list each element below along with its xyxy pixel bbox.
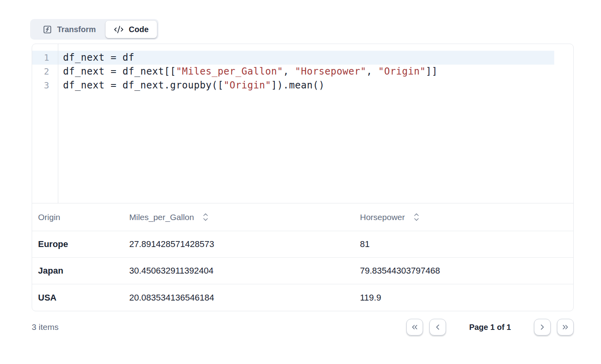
items-count: 3 items [32, 322, 59, 332]
page-indicator: Page 1 of 1 [469, 323, 511, 332]
code-editor[interactable]: 1df_next = df2df_next = df_next[["Miles_… [32, 44, 573, 203]
origin-cell: USA [32, 293, 129, 303]
line-number: 3 [32, 79, 58, 92]
line-number: 1 [32, 51, 58, 65]
previous-page-button[interactable] [429, 319, 446, 335]
code-and-table-panel: 1df_next = df2df_next = df_next[["Miles_… [32, 44, 574, 311]
tab-code-label: Code [129, 25, 149, 34]
code-text: df_next = df_next[["Miles_per_Gallon", "… [58, 65, 438, 79]
code-line[interactable]: 1df_next = df [32, 51, 554, 65]
first-page-button[interactable] [406, 319, 423, 335]
result-table: Origin Miles_per_Gallon Horsepower [32, 203, 573, 311]
column-header-horsepower[interactable]: Horsepower [360, 213, 573, 222]
tab-transform-label: Transform [57, 25, 96, 34]
chevrons-right-icon [561, 323, 570, 331]
miles-per-gallon-cell: 20.083534136546184 [129, 293, 360, 303]
origin-cell: Japan [32, 266, 129, 276]
code-line[interactable]: 2df_next = df_next[["Miles_per_Gallon", … [32, 65, 573, 79]
horsepower-cell: 119.9 [360, 293, 573, 303]
table-footer: 3 items Page 1 of 1 [32, 319, 574, 335]
column-header-label: Miles_per_Gallon [129, 213, 194, 222]
tab-code[interactable]: Code [105, 21, 157, 38]
next-page-button[interactable] [534, 319, 551, 335]
table-row: Japan30.45063291139240479.83544303797468 [32, 258, 573, 284]
chevrons-up-down-icon[interactable] [413, 213, 419, 222]
miles-per-gallon-cell: 30.450632911392404 [129, 266, 360, 276]
chevron-left-icon [433, 323, 442, 331]
horsepower-cell: 79.83544303797468 [360, 266, 573, 276]
chevron-right-icon [538, 323, 547, 331]
line-number: 2 [32, 65, 58, 79]
last-page-button[interactable] [557, 319, 574, 335]
column-header-label: Horsepower [360, 213, 405, 222]
function-square-icon [43, 25, 52, 34]
table-row: Europe27.89142857142857381 [32, 231, 573, 258]
table-body: Europe27.89142857142857381Japan30.450632… [32, 231, 573, 311]
column-header-origin: Origin [32, 213, 129, 222]
origin-cell: Europe [32, 239, 129, 249]
column-header-miles-per-gallon[interactable]: Miles_per_Gallon [129, 213, 360, 222]
pagination: Page 1 of 1 [406, 319, 574, 335]
tab-transform[interactable]: Transform [32, 21, 105, 38]
code-line[interactable]: 3df_next = df_next.groupby(["Origin"]).m… [32, 79, 573, 92]
miles-per-gallon-cell: 27.891428571428573 [129, 239, 360, 249]
code-xml-icon [114, 25, 124, 34]
code-text: df_next = df_next.groupby(["Origin"]).me… [58, 79, 325, 92]
table-header-row: Origin Miles_per_Gallon Horsepower [32, 203, 573, 231]
view-toggle: Transform Code [30, 19, 159, 40]
code-lines: 1df_next = df2df_next = df_next[["Miles_… [32, 51, 573, 92]
table-row: USA20.083534136546184119.9 [32, 284, 573, 311]
horsepower-cell: 81 [360, 239, 573, 249]
column-header-label: Origin [38, 213, 60, 222]
chevrons-up-down-icon[interactable] [203, 213, 209, 222]
chevrons-left-icon [410, 323, 419, 331]
gutter-divider [58, 44, 58, 203]
code-text: df_next = df [58, 51, 134, 65]
